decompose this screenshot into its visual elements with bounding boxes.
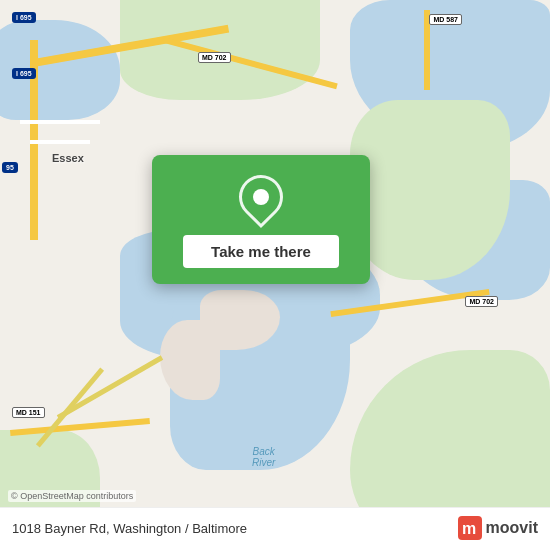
popup-card: Take me there	[152, 155, 370, 284]
moovit-text: moovit	[486, 519, 538, 537]
moovit-logo: m moovit	[458, 516, 538, 540]
land-green-right	[350, 100, 510, 280]
road-horiz-2	[30, 140, 90, 144]
shield-md702-top: MD 702	[198, 52, 231, 63]
shield-i695-left: I 695	[12, 68, 36, 79]
land-green-top	[120, 0, 320, 100]
label-essex: Essex	[52, 152, 84, 164]
shield-i95: 95	[2, 162, 18, 173]
shield-md587: MD 587	[429, 14, 462, 25]
bottom-bar: 1018 Bayner Rd, Washington / Baltimore m…	[0, 507, 550, 550]
shield-md702-bottom: MD 702	[465, 296, 498, 307]
map-container: I 695 I 695 MD 702 MD 587 MD 702 MD 151 …	[0, 0, 550, 550]
moovit-icon: m	[458, 516, 482, 540]
road-horiz-1	[20, 120, 100, 124]
map-attribution: © OpenStreetMap contributors	[8, 490, 136, 502]
shield-i695-top: I 695	[12, 12, 36, 23]
address-label: 1018 Bayner Rd, Washington / Baltimore	[12, 521, 247, 536]
svg-text:m: m	[462, 520, 476, 537]
shield-md151: MD 151	[12, 407, 45, 418]
location-pin-icon	[230, 166, 292, 228]
label-back-river: BackRiver	[252, 446, 275, 468]
pin-dot	[253, 189, 269, 205]
take-me-there-button[interactable]: Take me there	[183, 235, 339, 268]
